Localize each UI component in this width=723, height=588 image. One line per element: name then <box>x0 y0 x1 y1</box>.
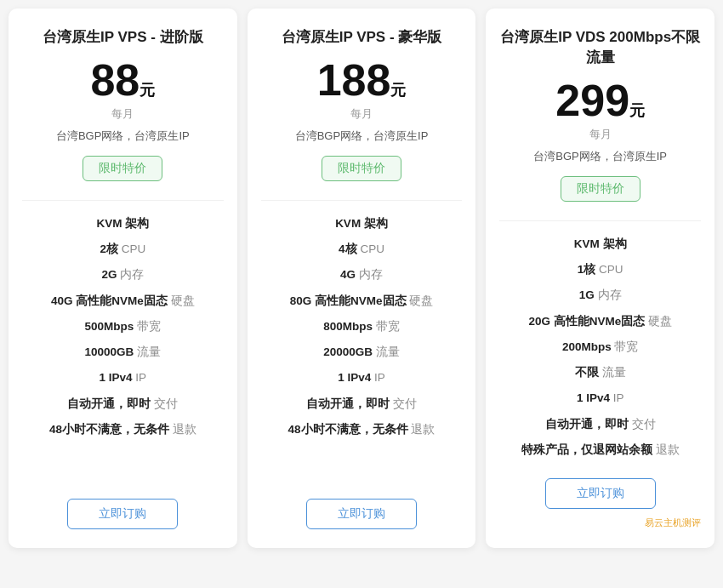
spec-item: 10000GB 流量 <box>22 340 224 365</box>
card-network: 台湾BGP网络，台湾原生IP <box>533 149 667 164</box>
spec-item: 自动开通，即时 交付 <box>499 412 701 437</box>
spec-bold: 2核 <box>100 243 118 255</box>
spec-bold: 1核 <box>578 263 596 276</box>
price-row: 188元 <box>317 56 407 106</box>
card-title: 台湾原生IP VPS - 进阶版 <box>43 27 203 48</box>
spec-light: 硬盘 <box>407 294 434 307</box>
spec-light: 退款 <box>169 423 196 436</box>
spec-light: 带宽 <box>373 320 400 333</box>
spec-item: KVM 架构 <box>261 211 463 237</box>
spec-item: 自动开通，即时 交付 <box>261 391 463 417</box>
card-title: 台湾原生IP VDS 200Mbps不限流量 <box>499 27 701 68</box>
spec-bold: 20000GB <box>323 345 373 358</box>
spec-bold: 48小时不满意，无条件 <box>49 423 169 436</box>
spec-item: 4G 内存 <box>261 262 463 288</box>
order-button[interactable]: 立即订购 <box>306 499 417 529</box>
card-period: 每月 <box>350 106 373 122</box>
spec-light: CPU <box>118 243 145 255</box>
spec-bold: 4G <box>340 268 356 281</box>
card-network: 台湾BGP网络，台湾原生IP <box>295 128 429 144</box>
spec-light: 内存 <box>595 288 622 301</box>
spec-bold: KVM 架构 <box>574 237 627 250</box>
spec-light: CPU <box>595 263 623 276</box>
divider <box>22 200 224 201</box>
spec-bold: 1G <box>579 288 595 301</box>
card-vps-advanced: 台湾原生IP VPS - 进阶版88元每月台湾BGP网络，台湾原生IP限时特价K… <box>9 9 237 548</box>
spec-bold: 20G 高性能NVMe固态 <box>528 315 645 328</box>
limited-time-badge: 限时特价 <box>561 176 640 202</box>
card-price-unit: 元 <box>629 100 645 121</box>
spec-bold: 48小时不满意，无条件 <box>288 423 408 436</box>
footer-text: 易云主机测评 <box>645 517 701 528</box>
spec-bold: 200Mbps <box>562 340 612 353</box>
spec-item: 1 IPv4 IP <box>499 385 701 411</box>
spec-item: 500Mbps 带宽 <box>22 314 224 340</box>
spec-light: 退款 <box>408 423 436 436</box>
spec-item: KVM 架构 <box>22 211 224 237</box>
footer-note: 易云主机测评 <box>499 514 701 529</box>
spec-item: 800Mbps 带宽 <box>261 314 463 340</box>
card-price-unit: 元 <box>139 80 155 100</box>
card-vds-unlimited: 台湾原生IP VDS 200Mbps不限流量299元每月台湾BGP网络，台湾原生… <box>486 9 714 548</box>
spec-item: 4核 CPU <box>261 237 463 262</box>
spec-item: 2核 CPU <box>22 237 224 262</box>
spec-bold: 特殊产品，仅退网站余额 <box>521 443 652 456</box>
spec-bold: 1 IPv4 <box>100 371 133 384</box>
spec-light: IP <box>133 371 147 384</box>
spec-bold: 自动开通，即时 <box>306 397 390 410</box>
spec-item: 20G 高性能NVMe固态 硬盘 <box>499 309 701 334</box>
card-title: 台湾原生IP VPS - 豪华版 <box>282 27 442 48</box>
spec-item: 1G 内存 <box>499 283 701 308</box>
card-period: 每月 <box>589 127 612 142</box>
spec-bold: 500Mbps <box>85 320 134 333</box>
divider <box>261 200 463 201</box>
spec-bold: 不限 <box>575 366 599 379</box>
spec-light: 流量 <box>373 345 400 358</box>
spec-light: 退款 <box>652 443 680 456</box>
spec-light: 带宽 <box>134 320 161 333</box>
spec-bold: 40G 高性能NVMe固态 <box>51 294 168 307</box>
card-price: 88 <box>90 56 139 105</box>
cards-container: 台湾原生IP VPS - 进阶版88元每月台湾BGP网络，台湾原生IP限时特价K… <box>9 9 714 548</box>
spec-light: 带宽 <box>612 340 639 353</box>
spec-light: 流量 <box>599 366 626 379</box>
limited-time-badge: 限时特价 <box>83 156 162 181</box>
spec-light: 内存 <box>356 268 383 281</box>
spec-item: 1 IPv4 IP <box>261 365 463 391</box>
spec-item: 1核 CPU <box>499 257 701 283</box>
card-vps-luxury: 台湾原生IP VPS - 豪华版188元每月台湾BGP网络，台湾原生IP限时特价… <box>248 9 476 548</box>
specs-list: KVM 架构1核 CPU1G 内存20G 高性能NVMe固态 硬盘200Mbps… <box>499 231 701 463</box>
spec-light: 交付 <box>390 397 417 410</box>
spec-bold: KVM 架构 <box>335 217 388 230</box>
spec-light: 流量 <box>134 345 161 358</box>
order-button[interactable]: 立即订购 <box>545 478 656 509</box>
price-row: 299元 <box>555 77 645 127</box>
spec-light: IP <box>610 391 624 404</box>
spec-bold: KVM 架构 <box>96 217 149 230</box>
spec-item: 特殊产品，仅退网站余额 退款 <box>499 437 701 463</box>
spec-bold: 80G 高性能NVMe固态 <box>290 294 407 307</box>
spec-light: 硬盘 <box>168 294 195 307</box>
spec-item: 1 IPv4 IP <box>22 365 224 391</box>
spec-item: 2G 内存 <box>22 262 224 288</box>
spec-bold: 2G <box>101 268 117 281</box>
spec-item: KVM 架构 <box>499 231 701 257</box>
spec-light: 硬盘 <box>645 315 672 328</box>
spec-light: 交付 <box>151 397 178 410</box>
spec-item: 自动开通，即时 交付 <box>22 391 224 417</box>
spec-item: 40G 高性能NVMe固态 硬盘 <box>22 288 224 314</box>
spec-light: 内存 <box>117 268 144 281</box>
order-button[interactable]: 立即订购 <box>67 499 178 529</box>
spec-light: IP <box>371 371 385 384</box>
spec-item: 不限 流量 <box>499 360 701 385</box>
spec-bold: 自动开通，即时 <box>67 397 151 410</box>
spec-bold: 1 IPv4 <box>577 391 610 404</box>
card-network: 台湾BGP网络，台湾原生IP <box>56 128 190 144</box>
spec-light: CPU <box>357 243 384 255</box>
spec-item: 200Mbps 带宽 <box>499 334 701 360</box>
spec-bold: 800Mbps <box>323 320 373 333</box>
divider <box>499 220 701 221</box>
spec-light: 交付 <box>629 418 656 431</box>
spec-item: 20000GB 流量 <box>261 340 463 365</box>
card-period: 每月 <box>111 106 134 122</box>
